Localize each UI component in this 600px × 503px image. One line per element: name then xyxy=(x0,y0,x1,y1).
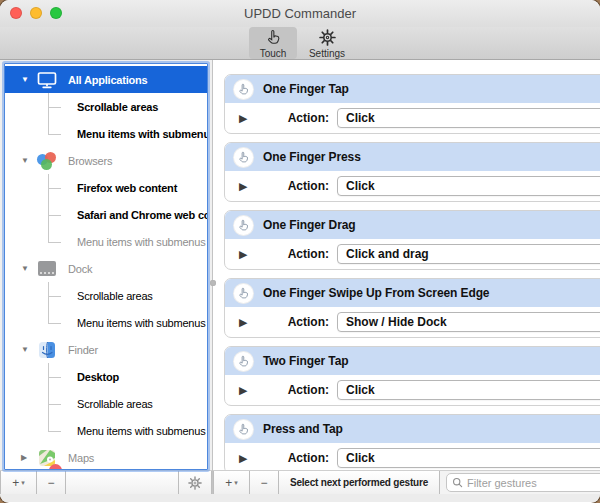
sidebar-item-menu-items[interactable]: Menu items with submenus xyxy=(5,417,207,444)
remove-gesture-button[interactable]: − xyxy=(249,471,279,494)
traffic-lights xyxy=(10,7,62,19)
tab-touch[interactable]: Touch xyxy=(249,27,297,59)
window-bottom-edge xyxy=(0,494,600,502)
sidebar-footer: + ▾ − xyxy=(0,470,212,494)
monitor-icon xyxy=(35,71,59,89)
gesture-title: One Finger Press xyxy=(263,150,600,164)
sidebar-item-label: Menu items with submenus xyxy=(77,236,205,248)
gesture-hand-icon xyxy=(233,147,254,168)
gesture-hand-icon xyxy=(233,283,254,304)
browsers-children: Firefox web content Safari and Chrome we… xyxy=(5,174,207,255)
sidebar-settings-button[interactable] xyxy=(178,471,212,494)
app-window: UPDD Commander Touch Settings ▼ xyxy=(0,0,600,503)
sidebar-item-label: Dock xyxy=(68,263,92,275)
action-select[interactable]: Click xyxy=(337,380,600,400)
sidebar-item-browsers[interactable]: ▼ Browsers xyxy=(5,147,207,174)
tab-settings[interactable]: Settings xyxy=(303,27,351,59)
sidebar-item-label: Firefox web content xyxy=(77,182,177,194)
filter-gestures-input[interactable] xyxy=(467,477,600,489)
gesture-title: One Finger Drag xyxy=(263,218,600,232)
disclosure-triangle-icon[interactable]: ▼ xyxy=(21,264,35,273)
zoom-button[interactable] xyxy=(50,7,62,19)
play-gesture-button[interactable]: ▶ xyxy=(233,316,271,329)
action-label: Action: xyxy=(271,451,329,465)
sidebar-footer-spacer xyxy=(65,471,179,494)
chevron-down-icon: ▾ xyxy=(234,479,238,487)
dock-children: Scrollable areas Menu items with submenu… xyxy=(5,282,207,336)
gesture-hand-icon xyxy=(233,215,254,236)
action-label: Action: xyxy=(271,383,329,397)
sidebar-item-label: Menu items with submenus xyxy=(77,317,205,329)
sidebar-item-safari-chrome[interactable]: Safari and Chrome web content xyxy=(5,201,207,228)
sidebar-item-scrollable-areas[interactable]: Scrollable areas xyxy=(5,93,207,120)
gesture-action-row: ▶ Action: Click and drag xyxy=(225,239,600,269)
sidebar-item-menu-items[interactable]: Menu items with submenus xyxy=(5,120,207,147)
sidebar-item-scrollable-areas[interactable]: Scrollable areas xyxy=(5,282,207,309)
disclosure-triangle-icon[interactable]: ▼ xyxy=(21,75,35,84)
action-select[interactable]: Click xyxy=(337,176,600,196)
sidebar-item-label: Finder xyxy=(68,344,98,356)
window-title: UPDD Commander xyxy=(0,6,600,21)
gesture-card-header: One Finger Drag xyxy=(225,211,600,239)
sidebar-item-dock[interactable]: ▼ Dock xyxy=(5,255,207,282)
sidebar-item-menu-items[interactable]: Menu items with submenus xyxy=(5,228,207,255)
close-button[interactable] xyxy=(10,7,22,19)
gesture-card-header: Two Finger Tap xyxy=(225,347,600,375)
gesture-footer: + ▾ − Select next performed gesture xyxy=(213,470,600,494)
disclosure-triangle-icon[interactable]: ▼ xyxy=(21,345,35,354)
plus-icon: + xyxy=(12,476,19,490)
action-select[interactable]: Show / Hide Dock xyxy=(337,312,600,332)
play-gesture-button[interactable]: ▶ xyxy=(233,384,271,397)
minus-icon: − xyxy=(47,476,54,490)
sidebar-item-label: Safari and Chrome web content xyxy=(77,209,208,221)
gesture-card-header: Press and Tap xyxy=(225,415,600,443)
sidebar-item-label: Maps xyxy=(68,452,94,464)
gesture-card: Press and Tap ▶ Action: Click xyxy=(224,414,600,470)
gesture-panel: One Finger Tap ▶ Action: Click xyxy=(213,60,600,494)
application-tree: ▼ All Applications Scrollable areas Menu… xyxy=(4,63,208,470)
sidebar-item-desktop[interactable]: Desktop xyxy=(5,363,207,390)
sidebar-item-label: All Applications xyxy=(68,74,148,86)
action-value: Click and drag xyxy=(346,247,429,261)
disclosure-triangle-icon[interactable]: ▼ xyxy=(21,156,35,165)
play-gesture-button[interactable]: ▶ xyxy=(233,248,271,261)
gesture-list: One Finger Tap ▶ Action: Click xyxy=(213,60,600,470)
action-select[interactable]: Click xyxy=(337,108,600,128)
sidebar-item-label: Menu items with submenus xyxy=(77,425,205,437)
sidebar-item-menu-items[interactable]: Menu items with submenus xyxy=(5,309,207,336)
gesture-hand-icon xyxy=(233,79,254,100)
touch-hand-icon xyxy=(265,29,282,46)
disclosure-triangle-icon[interactable]: ▶ xyxy=(21,453,35,462)
sidebar-item-scrollable-areas[interactable]: Scrollable areas xyxy=(5,390,207,417)
finder-icon xyxy=(35,341,59,359)
gesture-card: Two Finger Tap ▶ Action: Click xyxy=(224,346,600,406)
sidebar-item-firefox[interactable]: Firefox web content xyxy=(5,174,207,201)
select-next-gesture-button[interactable]: Select next performed gesture xyxy=(278,471,440,494)
add-application-button[interactable]: + ▾ xyxy=(0,471,37,494)
gesture-action-row: ▶ Action: Click xyxy=(225,171,600,201)
sidebar-item-maps[interactable]: ▶ Maps xyxy=(5,444,207,470)
gesture-action-row: ▶ Action: Click xyxy=(225,103,600,133)
sidebar-item-all-applications[interactable]: ▼ All Applications xyxy=(5,66,207,93)
action-value: Click xyxy=(346,383,375,397)
gesture-action-row: ▶ Action: Click xyxy=(225,375,600,405)
finder-children: Desktop Scrollable areas Menu items with… xyxy=(5,363,207,444)
add-gesture-button[interactable]: + ▾ xyxy=(213,471,250,494)
play-gesture-button[interactable]: ▶ xyxy=(233,452,271,465)
play-gesture-button[interactable]: ▶ xyxy=(233,112,271,125)
gesture-action-row: ▶ Action: Click xyxy=(225,443,600,470)
tab-settings-label: Settings xyxy=(309,48,345,59)
action-select[interactable]: Click and drag xyxy=(337,244,600,264)
gesture-hand-icon xyxy=(233,351,254,372)
minimize-button[interactable] xyxy=(30,7,42,19)
sidebar-item-finder[interactable]: ▼ Finder xyxy=(5,336,207,363)
pane-splitter-handle[interactable] xyxy=(210,280,216,286)
filter-gestures-field[interactable] xyxy=(446,473,600,492)
action-label: Action: xyxy=(271,315,329,329)
partial-app-icon xyxy=(49,464,62,470)
action-select[interactable]: Click xyxy=(337,448,600,468)
action-label: Action: xyxy=(271,247,329,261)
gesture-title: Two Finger Tap xyxy=(263,354,600,368)
play-gesture-button[interactable]: ▶ xyxy=(233,180,271,193)
remove-application-button[interactable]: − xyxy=(36,471,66,494)
